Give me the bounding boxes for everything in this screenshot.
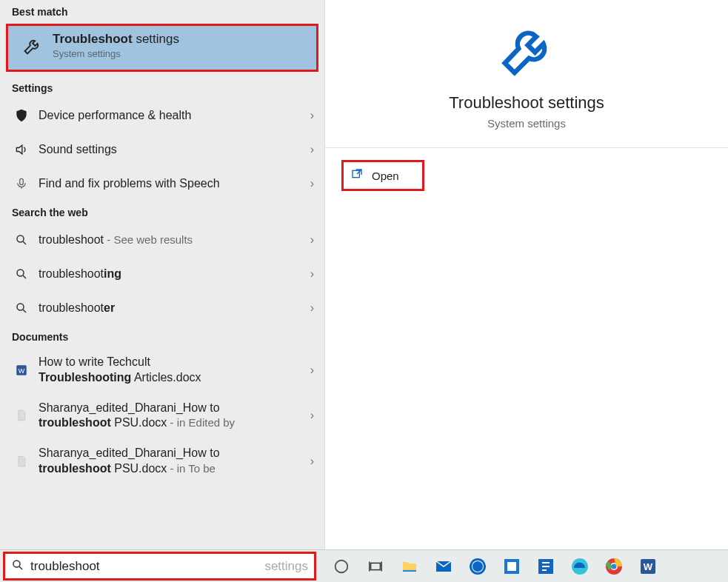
section-search-web: Search the web — [0, 201, 324, 223]
document-item-label: How to write Techcult Troubleshooting Ar… — [39, 355, 310, 386]
search-ghost-text: settings — [264, 559, 308, 574]
section-best-match: Best match — [0, 0, 324, 22]
word-icon[interactable]: W — [636, 555, 660, 578]
svg-point-2 — [17, 270, 24, 276]
svg-point-3 — [17, 304, 24, 310]
best-match-item[interactable]: Troubleshoot settings System settings — [8, 26, 316, 70]
best-match-title: Troubleshoot settings — [53, 32, 179, 47]
search-icon — [12, 264, 31, 284]
svg-point-1 — [17, 235, 24, 242]
app-icon[interactable] — [500, 555, 524, 578]
wrench-icon — [20, 33, 45, 58]
settings-item[interactable]: Find and fix problems with Speech › — [0, 167, 324, 201]
chevron-right-icon: › — [310, 267, 314, 281]
web-item[interactable]: troubleshooter › — [0, 291, 324, 325]
search-results-panel: Best match Troubleshoot settings System … — [0, 0, 325, 549]
microphone-icon — [12, 174, 31, 193]
app-icon[interactable] — [534, 555, 558, 578]
settings-item-label: Device performance & health — [39, 108, 310, 124]
chevron-right-icon: › — [310, 409, 314, 422]
chevron-right-icon: › — [310, 455, 314, 468]
web-item[interactable]: troubleshooting › — [0, 257, 324, 291]
chevron-right-icon: › — [310, 233, 314, 247]
detail-title: Troubleshoot settings — [449, 93, 604, 113]
svg-point-7 — [13, 561, 20, 567]
document-item[interactable]: Sharanya_edited_Dharani_How to troublesh… — [0, 393, 324, 439]
chevron-right-icon: › — [310, 364, 314, 377]
best-match-subtitle: System settings — [53, 48, 179, 59]
chevron-right-icon: › — [310, 301, 314, 315]
settings-item[interactable]: Device performance & health › — [0, 98, 324, 133]
svg-text:W: W — [644, 561, 653, 572]
wrench-icon — [498, 22, 555, 80]
web-item-label: troubleshooter — [39, 301, 310, 316]
cortana-icon[interactable] — [330, 555, 353, 578]
open-label: Open — [372, 170, 399, 182]
search-input[interactable] — [30, 559, 266, 574]
document-item[interactable]: W How to write Techcult Troubleshooting … — [0, 347, 324, 393]
chevron-right-icon: › — [310, 143, 314, 156]
open-icon — [351, 168, 363, 183]
settings-item-label: Find and fix problems with Speech — [39, 176, 310, 192]
search-icon — [12, 230, 31, 250]
mail-icon[interactable] — [432, 555, 455, 578]
detail-subtitle: System settings — [487, 117, 566, 130]
taskbar: settings — [0, 549, 728, 582]
svg-point-13 — [472, 561, 483, 572]
section-documents: Documents — [0, 325, 324, 347]
settings-item-label: Sound settings — [39, 142, 310, 158]
svg-rect-15 — [507, 562, 516, 571]
shield-icon — [12, 106, 31, 125]
open-button[interactable]: Open — [341, 160, 424, 191]
document-item-label: Sharanya_edited_Dharani_How to troublesh… — [39, 401, 310, 432]
edge-icon[interactable] — [568, 555, 592, 578]
web-item-label: troubleshooting — [39, 267, 310, 282]
document-item[interactable]: Sharanya_edited_Dharani_How to troublesh… — [0, 438, 324, 484]
chevron-right-icon: › — [310, 177, 314, 190]
search-box[interactable]: settings — [3, 552, 316, 581]
svg-rect-6 — [353, 170, 359, 177]
svg-point-8 — [335, 560, 348, 572]
chrome-icon[interactable] — [602, 555, 626, 578]
chevron-right-icon: › — [310, 109, 314, 122]
best-match-highlight: Troubleshoot settings System settings — [6, 24, 318, 72]
search-icon — [11, 558, 24, 575]
detail-panel: Troubleshoot settings System settings Op… — [325, 0, 728, 549]
task-view-icon[interactable] — [364, 555, 387, 578]
document-item-label: Sharanya_edited_Dharani_How to troublesh… — [39, 446, 310, 477]
search-icon — [12, 298, 31, 318]
word-doc-icon: W — [12, 361, 31, 380]
sound-icon — [12, 140, 31, 159]
section-settings: Settings — [0, 76, 324, 98]
web-item-label: troubleshoot - See web results — [39, 233, 310, 248]
svg-rect-9 — [371, 563, 381, 569]
web-item[interactable]: troubleshoot - See web results › — [0, 223, 324, 257]
dell-icon[interactable] — [466, 555, 490, 578]
svg-rect-0 — [20, 178, 24, 184]
file-icon — [12, 406, 31, 425]
file-explorer-icon[interactable] — [398, 555, 421, 578]
file-icon — [12, 452, 31, 471]
settings-item[interactable]: Sound settings › — [0, 133, 324, 167]
svg-text:W: W — [19, 367, 25, 375]
